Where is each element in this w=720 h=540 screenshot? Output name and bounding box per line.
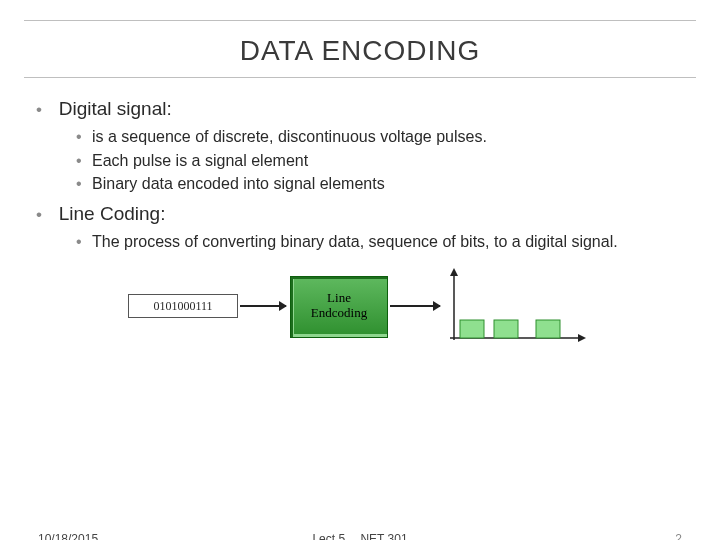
footer-date: 10/18/2015 — [38, 532, 98, 540]
svg-rect-6 — [536, 320, 560, 338]
sub-bullet: The process of converting binary data, s… — [76, 231, 680, 253]
sub-bullet: is a sequence of discrete, discontinuous… — [76, 126, 680, 148]
footer-center: Lect 5 NET 301 — [306, 532, 413, 540]
sub-bullet: Binary data encoded into signal elements — [76, 173, 680, 195]
svg-rect-5 — [494, 320, 518, 338]
encoder-label-2: Endcoding — [291, 306, 387, 321]
bullet-label: Digital signal: — [59, 98, 172, 119]
slide: DATA ENCODING Digital signal: is a seque… — [0, 20, 720, 540]
arrow-icon — [390, 305, 440, 307]
footer-lecture: Lect 5 — [312, 532, 345, 540]
footer-course: NET 301 — [360, 532, 407, 540]
encoder-box: Line Endcoding — [290, 276, 388, 338]
svg-marker-3 — [578, 334, 586, 342]
content-area: Digital signal: is a sequence of discret… — [0, 78, 720, 352]
bullet-digital-signal: Digital signal: is a sequence of discret… — [36, 96, 680, 195]
svg-marker-1 — [450, 268, 458, 276]
bullet-line-coding: Line Coding: The process of converting b… — [36, 201, 680, 253]
bullet-label: Line Coding: — [59, 203, 166, 224]
slide-title: DATA ENCODING — [24, 35, 696, 67]
line-coding-diagram: 0101000111 Line Endcoding — [128, 262, 588, 352]
slide-footer: 10/18/2015 Lect 5 NET 301 2 — [0, 532, 720, 540]
digital-signal-plot — [446, 268, 586, 344]
arrow-icon — [240, 305, 286, 307]
svg-rect-4 — [460, 320, 484, 338]
sub-bullet: Each pulse is a signal element — [76, 150, 680, 172]
title-band: DATA ENCODING — [24, 20, 696, 78]
footer-page-number: 2 — [675, 532, 682, 540]
bits-box: 0101000111 — [128, 294, 238, 318]
encoder-label-1: Line — [291, 291, 387, 306]
